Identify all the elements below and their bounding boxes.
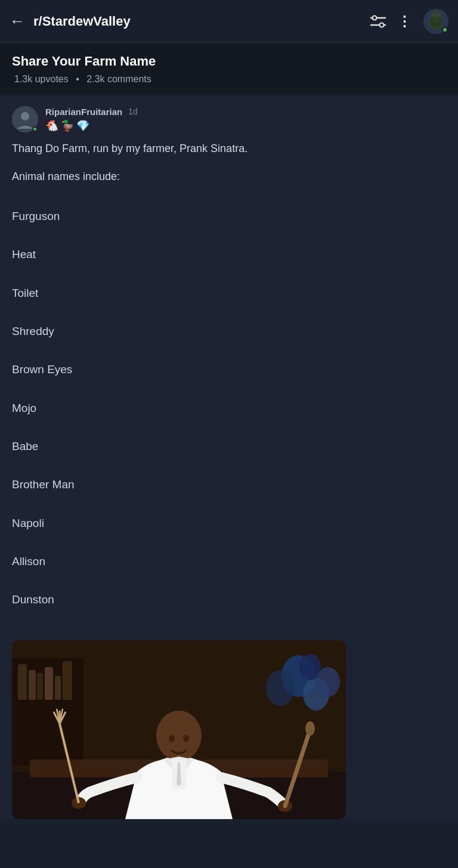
svg-point-39 xyxy=(305,721,315,736)
svg-rect-19 xyxy=(55,676,61,700)
more-options-icon[interactable]: ⋮ xyxy=(397,13,413,30)
animal-name-furguson: Furguson xyxy=(12,197,446,235)
commenter-info: RiparianFruitarian 1d 🐔 🦆 💎 xyxy=(45,107,138,132)
comment-image[interactable] xyxy=(12,640,346,819)
online-indicator xyxy=(442,27,448,33)
comment-intro: Thang Do Farm, run by my farmer, Prank S… xyxy=(12,140,446,158)
flair-emoji-2: 🦆 xyxy=(61,119,74,132)
animal-name-brother-man: Brother Man xyxy=(12,466,446,504)
svg-point-41 xyxy=(183,735,189,742)
back-button[interactable]: ← xyxy=(10,12,25,30)
upvote-count: 1.3k upvotes xyxy=(14,74,69,84)
username-row: RiparianFruitarian 1d xyxy=(45,107,138,117)
commenter-avatar xyxy=(12,106,38,132)
svg-point-11 xyxy=(21,112,29,120)
filter-icon[interactable] xyxy=(370,15,386,28)
svg-rect-17 xyxy=(37,673,43,700)
comment-body: Thang Do Farm, run by my farmer, Prank S… xyxy=(0,137,458,631)
animal-names-label: Animal names include: xyxy=(12,168,446,186)
comment-user-row: RiparianFruitarian 1d 🐔 🦆 💎 xyxy=(0,97,458,137)
animal-name-brown-eyes: Brown Eyes xyxy=(12,351,446,389)
svg-point-40 xyxy=(169,735,175,742)
svg-rect-20 xyxy=(63,661,72,700)
commenter-username[interactable]: RiparianFruitarian xyxy=(45,107,122,117)
animal-name-mojo: Mojo xyxy=(12,389,446,427)
commenter-flair: 🐔 🦆 💎 xyxy=(45,119,138,132)
svg-rect-15 xyxy=(18,664,27,700)
post-meta: 1.3k upvotes • 2.3k comments xyxy=(12,74,446,85)
comment-count: 2.3k comments xyxy=(86,74,151,84)
meta-dot: • xyxy=(76,74,79,84)
comment-time: 1d xyxy=(128,107,138,116)
animal-name-allison: Allison xyxy=(12,542,446,581)
commenter-online-dot xyxy=(32,126,38,132)
svg-point-1 xyxy=(373,16,377,20)
animal-name-napoli: Napoli xyxy=(12,504,446,542)
animal-name-dunston: Dunston xyxy=(12,581,446,619)
subreddit-title: r/StardewValley xyxy=(33,14,370,29)
top-bar: ← r/StardewValley ⋮ xyxy=(0,0,458,43)
top-icons: ⋮ xyxy=(370,9,448,34)
svg-point-3 xyxy=(380,23,384,27)
post-header: Share Your Farm Name 1.3k upvotes • 2.3k… xyxy=(0,43,458,97)
svg-rect-16 xyxy=(29,670,36,700)
animal-name-toilet: Toilet xyxy=(12,274,446,312)
svg-rect-18 xyxy=(45,667,53,700)
comment-section: RiparianFruitarian 1d 🐔 🦆 💎 Thang Do Far… xyxy=(0,97,458,819)
svg-point-24 xyxy=(316,667,340,697)
animal-name-heat: Heat xyxy=(12,235,446,274)
flair-emoji-3: 💎 xyxy=(76,119,89,132)
animal-name-babe: Babe xyxy=(12,427,446,466)
post-title: Share Your Farm Name xyxy=(12,54,446,69)
animal-name-shreddy: Shreddy xyxy=(12,312,446,351)
svg-point-25 xyxy=(266,670,295,706)
flair-emoji-1: 🐔 xyxy=(45,119,58,132)
user-avatar-button[interactable] xyxy=(423,9,448,34)
